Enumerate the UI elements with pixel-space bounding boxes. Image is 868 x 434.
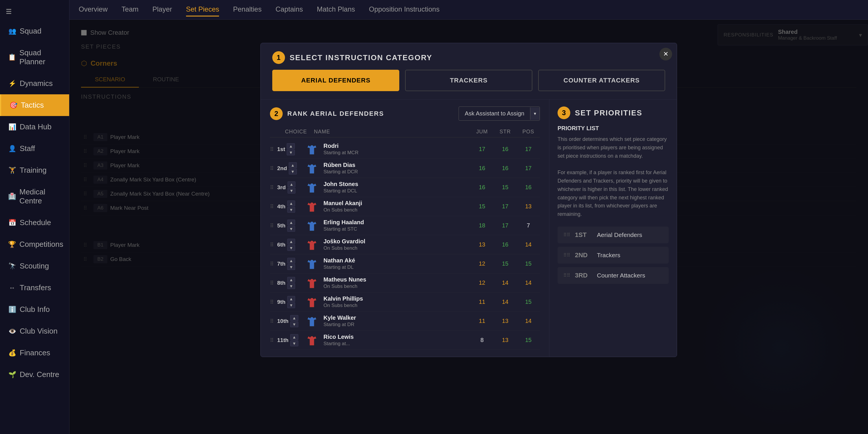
stat-str-3: 17 bbox=[494, 203, 517, 210]
arrow-up-1[interactable]: ▲ bbox=[289, 162, 297, 168]
player-status-7: On Subs bench bbox=[323, 283, 366, 289]
arrow-down-5[interactable]: ▼ bbox=[287, 245, 296, 251]
stat-str-7: 14 bbox=[494, 279, 517, 286]
arrow-up-5[interactable]: ▲ bbox=[287, 239, 296, 245]
arrow-down-3[interactable]: ▼ bbox=[287, 207, 296, 213]
arrow-down-10[interactable]: ▼ bbox=[290, 341, 298, 346]
sidebar-item-squad[interactable]: 👥 Squad bbox=[0, 20, 69, 42]
cat-btn-counter-attackers[interactable]: COUNTER ATTACKERS bbox=[538, 70, 665, 91]
sidebar-item-finances[interactable]: 💰 Finances bbox=[0, 342, 69, 364]
top-nav-item-match-plans[interactable]: Match Plans bbox=[317, 3, 355, 17]
cat-btn-aerial-defenders[interactable]: AERIAL DEFENDERS bbox=[272, 70, 399, 91]
sidebar-item-staff[interactable]: 👤 Staff bbox=[0, 138, 69, 159]
stat-jum-1: 16 bbox=[470, 165, 494, 172]
data-hub-icon: 📊 bbox=[8, 123, 16, 131]
sidebar-item-label-finances: Finances bbox=[20, 348, 50, 357]
player-info-2: John Stones Starting at DCL bbox=[306, 181, 470, 194]
sidebar-item-schedule[interactable]: 📅 Schedule bbox=[0, 212, 69, 234]
assign-dropdown-arrow[interactable]: ▾ bbox=[530, 107, 539, 120]
stat-pos-6: 15 bbox=[517, 260, 540, 267]
top-nav-item-overview[interactable]: Overview bbox=[79, 3, 107, 17]
arrow-up-4[interactable]: ▲ bbox=[287, 220, 296, 225]
stat-jum-7: 12 bbox=[470, 279, 494, 286]
sidebar-item-dynamics[interactable]: ⚡ Dynamics bbox=[0, 73, 69, 94]
choice-label-5: 6th bbox=[277, 242, 286, 248]
choice-label-6: 7th bbox=[277, 261, 286, 267]
arrow-up-10[interactable]: ▲ bbox=[290, 334, 298, 340]
arrow-btns-6: ▲ ▼ bbox=[287, 258, 296, 270]
top-nav-item-opposition-instructions[interactable]: Opposition Instructions bbox=[369, 3, 439, 17]
arrow-down-4[interactable]: ▼ bbox=[287, 226, 296, 232]
sidebar-item-data-hub[interactable]: 📊 Data Hub bbox=[0, 116, 69, 138]
step1-number: 1 bbox=[272, 51, 285, 64]
priority-rank-0: 1ST bbox=[575, 231, 592, 239]
arrow-down-6[interactable]: ▼ bbox=[287, 264, 296, 270]
sidebar-item-medical-centre[interactable]: 🏥 Medical Centre bbox=[0, 181, 69, 212]
arrow-up-8[interactable]: ▲ bbox=[287, 296, 296, 302]
rank-row-10: ⠿ 11th ▲ ▼ Rico Lewis Starting at... 8 1… bbox=[270, 331, 540, 350]
arrow-down-2[interactable]: ▼ bbox=[288, 188, 296, 193]
step1-title: SELECT INSTRUCTION CATEGORY bbox=[290, 53, 432, 62]
assign-assistant-button[interactable]: Ask Assistant to Assign bbox=[459, 107, 530, 120]
rank-row-8: ⠿ 9th ▲ ▼ Kalvin Phillips On Subs bench … bbox=[270, 292, 540, 312]
priority-rank-2: 3RD bbox=[575, 272, 592, 279]
stat-str-0: 16 bbox=[494, 146, 517, 153]
top-nav-item-captains[interactable]: Captains bbox=[275, 3, 303, 17]
sidebar-item-scouting[interactable]: 🔭 Scouting bbox=[0, 255, 69, 277]
sidebar-item-tactics[interactable]: 🎯 Tactics bbox=[0, 94, 69, 116]
player-details-9: Kyle Walker Starting at DR bbox=[323, 314, 356, 328]
sidebar-item-club-info[interactable]: ℹ️ Club Info bbox=[0, 299, 69, 320]
stat-pos-0: 17 bbox=[517, 146, 540, 153]
modal-close-button[interactable]: ✕ bbox=[659, 48, 672, 60]
rank-drag-handle-5: ⠿ bbox=[270, 242, 274, 248]
top-nav-item-player[interactable]: Player bbox=[153, 3, 172, 17]
arrow-up-2[interactable]: ▲ bbox=[288, 181, 296, 187]
rank-drag-handle-2: ⠿ bbox=[270, 184, 274, 191]
arrow-up-6[interactable]: ▲ bbox=[287, 258, 296, 264]
sidebar-item-dev-centre[interactable]: 🌱 Dev. Centre bbox=[0, 364, 69, 385]
arrow-down-8[interactable]: ▼ bbox=[287, 302, 296, 308]
priority-name-2: Counter Attackers bbox=[597, 272, 645, 279]
squad-planner-icon: 📋 bbox=[8, 54, 16, 61]
player-kit-6 bbox=[306, 257, 319, 270]
stat-jum-10: 8 bbox=[470, 337, 494, 343]
priority-drag-0: ⠿⠿ bbox=[563, 232, 570, 238]
rank-drag-handle-0: ⠿ bbox=[270, 146, 274, 153]
arrow-down-1[interactable]: ▼ bbox=[289, 169, 297, 175]
sidebar-item-label-medical-centre: Medical Centre bbox=[20, 187, 61, 206]
top-nav-item-penalties[interactable]: Penalties bbox=[233, 3, 261, 17]
arrow-up-3[interactable]: ▲ bbox=[287, 200, 296, 206]
top-nav-item-team[interactable]: Team bbox=[122, 3, 138, 17]
rank-drag-handle-9: ⠿ bbox=[270, 318, 274, 324]
staff-icon: 👤 bbox=[8, 145, 16, 153]
sidebar-item-label-transfers: Transfers bbox=[20, 283, 51, 292]
player-status-0: Starting at MCR bbox=[323, 150, 359, 156]
player-kit-5 bbox=[306, 239, 319, 251]
sidebar-item-transfers[interactable]: ↔️ Transfers bbox=[0, 277, 69, 299]
arrow-up-7[interactable]: ▲ bbox=[287, 277, 296, 283]
player-info-6: Nathan Aké Starting at DL bbox=[306, 257, 470, 270]
sidebar-item-competitions[interactable]: 🏆 Competitions bbox=[0, 234, 69, 255]
player-kit-9 bbox=[306, 315, 319, 328]
step3-title: SET PRIORITIES bbox=[575, 108, 642, 118]
arrow-btns-4: ▲ ▼ bbox=[287, 220, 296, 232]
sidebar-item-squad-planner[interactable]: 📋 Squad Planner bbox=[0, 42, 69, 73]
player-details-5: Joško Gvardiol On Subs bench bbox=[323, 238, 365, 251]
arrow-btns-10: ▲ ▼ bbox=[290, 334, 298, 346]
arrow-down-7[interactable]: ▼ bbox=[287, 283, 296, 289]
sidebar-item-training[interactable]: 🏋️ Training bbox=[0, 159, 69, 181]
stat-pos-3: 13 bbox=[517, 203, 540, 210]
top-nav-item-set-pieces[interactable]: Set Pieces bbox=[186, 3, 219, 17]
sidebar-item-club-vision[interactable]: 👁️ Club Vision bbox=[0, 320, 69, 342]
arrow-up-0[interactable]: ▲ bbox=[287, 143, 295, 149]
arrow-up-9[interactable]: ▲ bbox=[290, 315, 298, 321]
arrow-down-0[interactable]: ▼ bbox=[287, 150, 295, 155]
sidebar-item-label-club-info: Club Info bbox=[20, 305, 50, 314]
stat-str-1: 16 bbox=[494, 165, 517, 172]
assign-button-group: Ask Assistant to Assign ▾ bbox=[459, 106, 540, 121]
choice-cell-3: 4th ▲ ▼ bbox=[277, 200, 306, 213]
cat-btn-trackers[interactable]: TRACKERS bbox=[405, 70, 532, 91]
arrow-down-9[interactable]: ▼ bbox=[290, 321, 298, 327]
choice-cell-8: 9th ▲ ▼ bbox=[277, 296, 306, 308]
priority-drag-1: ⠿⠿ bbox=[563, 252, 570, 258]
